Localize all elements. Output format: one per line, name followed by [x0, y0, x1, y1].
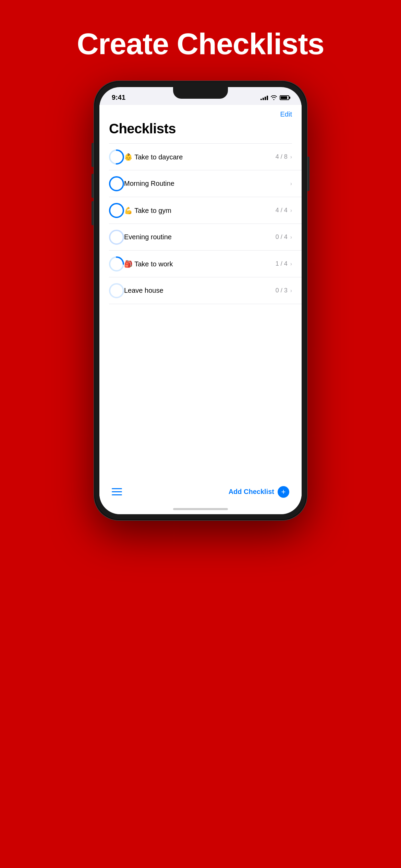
chevron-right-icon: › — [290, 181, 292, 187]
add-checklist-label: Add Checklist — [229, 488, 274, 496]
signal-icon — [260, 95, 268, 100]
app-content: Edit Checklists 👶 Take to daycare 4 / 8 … — [99, 105, 302, 514]
hamburger-line — [112, 488, 122, 489]
svg-point-6 — [110, 230, 123, 244]
chevron-right-icon: › — [290, 261, 292, 267]
checklist-item-take-to-work[interactable]: 🎒 Take to work 1 / 4 › — [99, 251, 302, 277]
phone-shell: 9:41 — [94, 81, 307, 520]
chevron-right-icon: › — [290, 234, 292, 240]
svg-rect-3 — [114, 183, 119, 184]
ring-icon — [109, 149, 124, 165]
item-label: 💪 Take to gym — [124, 206, 276, 215]
svg-point-5 — [110, 204, 123, 217]
add-checklist-button[interactable]: Add Checklist + — [229, 486, 289, 498]
add-plus-icon: + — [278, 486, 289, 498]
hamburger-menu-button[interactable] — [112, 488, 122, 495]
status-icons — [260, 95, 289, 100]
item-label: 👶 Take to daycare — [124, 153, 276, 161]
item-count: 0 / 4 — [276, 233, 288, 241]
hamburger-line — [112, 494, 122, 495]
chevron-right-icon: › — [290, 288, 292, 294]
home-indicator — [173, 508, 228, 510]
item-label: Morning Routine — [124, 180, 290, 188]
checklist-item-take-to-gym[interactable]: 💪 Take to gym 4 / 4 › — [99, 197, 302, 224]
ring-icon — [109, 230, 124, 245]
ring-icon — [109, 283, 124, 298]
item-label: Leave house — [124, 287, 276, 294]
hero-title: Create Checklists — [77, 27, 324, 61]
checklist-item-take-to-daycare[interactable]: 👶 Take to daycare 4 / 8 › — [99, 144, 302, 170]
notch — [173, 87, 228, 99]
ring-icon — [109, 203, 124, 218]
item-label: Evening routine — [124, 233, 276, 241]
checklist-item-evening-routine[interactable]: Evening routine 0 / 4 › — [99, 224, 302, 251]
chevron-right-icon: › — [290, 154, 292, 160]
checklist-item-morning-routine[interactable]: Morning Routine › — [99, 170, 302, 197]
item-count: 4 / 8 — [276, 153, 288, 160]
ring-icon — [109, 256, 124, 272]
svg-point-9 — [110, 284, 123, 298]
bottom-bar: Add Checklist + — [99, 479, 302, 508]
item-label: 🎒 Take to work — [124, 260, 276, 268]
checklist-item-leave-house[interactable]: Leave house 0 / 3 › — [99, 277, 302, 304]
item-count: 0 / 3 — [276, 287, 288, 294]
wifi-icon — [271, 95, 277, 100]
item-count: 4 / 4 — [276, 207, 288, 214]
hamburger-line — [112, 491, 122, 492]
checklist-list: 👶 Take to daycare 4 / 8 › Morning Routin… — [99, 144, 302, 312]
edit-button[interactable]: Edit — [280, 110, 292, 118]
page-title: Checklists — [99, 118, 302, 143]
content-spacer — [99, 311, 302, 479]
phone-screen: 9:41 — [99, 87, 302, 514]
status-time: 9:41 — [112, 94, 125, 101]
item-count: 1 / 4 — [276, 260, 288, 267]
chevron-right-icon: › — [290, 207, 292, 214]
ring-icon — [109, 176, 124, 191]
top-bar: Edit — [99, 105, 302, 118]
battery-icon — [280, 95, 289, 100]
